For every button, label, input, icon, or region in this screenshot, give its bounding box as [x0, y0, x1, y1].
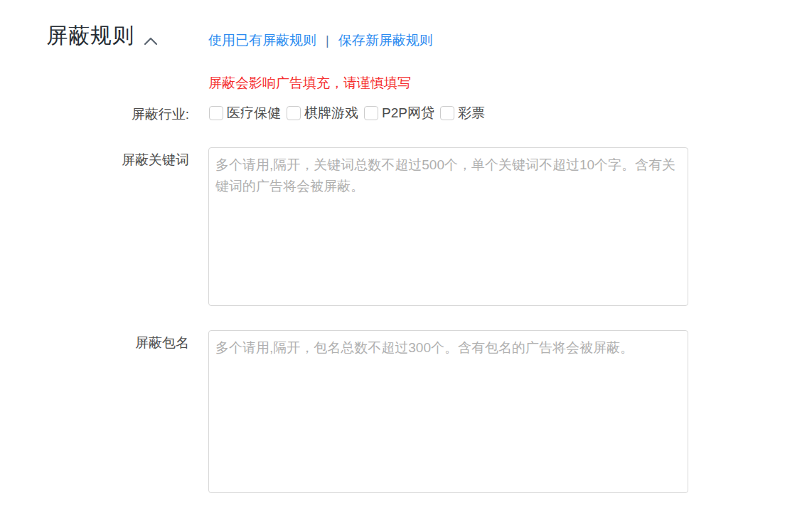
industry-option-p2p-loans[interactable]: P2P网贷 [364, 104, 434, 122]
checkbox-label: 医疗保健 [227, 104, 281, 122]
checkbox-label: P2P网贷 [382, 104, 434, 122]
package-name-field-label: 屏蔽包名 [0, 334, 189, 352]
blocked-package-names-textarea[interactable] [208, 330, 688, 493]
industry-option-medical[interactable]: 医疗保健 [209, 104, 281, 122]
use-existing-rules-link[interactable]: 使用已有屏蔽规则 [208, 31, 316, 50]
checkbox-label: 彩票 [458, 104, 485, 122]
industry-checkbox-group: 医疗保健 棋牌游戏 P2P网贷 彩票 [209, 104, 491, 122]
blocking-warning-text: 屏蔽会影响广告填充，请谨慎填写 [208, 75, 411, 92]
p2p-loans-checkbox[interactable] [364, 106, 378, 120]
industry-option-cards-games[interactable]: 棋牌游戏 [287, 104, 358, 122]
industry-option-lottery[interactable]: 彩票 [440, 104, 485, 122]
link-separator: | [326, 31, 329, 50]
collapse-chevron-up-icon[interactable] [144, 37, 158, 46]
blocked-keywords-textarea[interactable] [208, 147, 688, 306]
save-new-rules-link[interactable]: 保存新屏蔽规则 [338, 31, 433, 50]
section-title: 屏蔽规则 [46, 24, 134, 47]
keywords-field-label: 屏蔽关键词 [0, 152, 189, 169]
rule-actions: 使用已有屏蔽规则 | 保存新屏蔽规则 [208, 31, 433, 50]
cards-games-checkbox[interactable] [287, 106, 301, 120]
medical-health-checkbox[interactable] [209, 106, 223, 120]
blocking-rules-panel: 屏蔽规则 使用已有屏蔽规则 | 保存新屏蔽规则 屏蔽会影响广告填充，请谨慎填写 … [0, 0, 812, 518]
lottery-checkbox[interactable] [440, 106, 454, 120]
industry-field-label: 屏蔽行业: [0, 106, 189, 123]
checkbox-label: 棋牌游戏 [304, 104, 358, 122]
